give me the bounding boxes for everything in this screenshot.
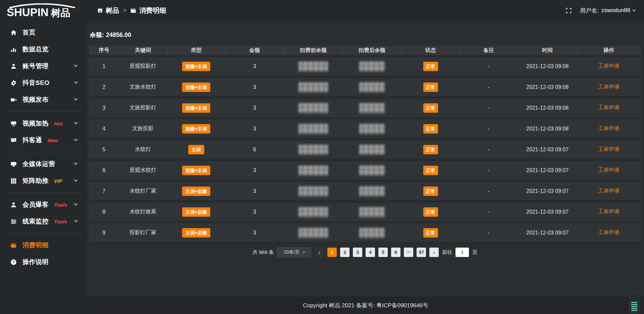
breadcrumb-item-consumption-detail[interactable]: 消费明细 xyxy=(130,6,166,15)
sidebar-item-matrix-boost[interactable]: 矩阵助推VIP xyxy=(0,172,87,189)
page-size-select[interactable]: 10条/页 xyxy=(277,247,311,257)
cell-remark: - xyxy=(460,161,518,182)
cell-type: 主词+后缀 xyxy=(167,203,225,223)
page-button-97[interactable]: 97 xyxy=(417,248,426,257)
breadcrumb-item-shupin[interactable]: 树品 xyxy=(97,6,119,15)
sidebar-item-data-overview[interactable]: 数据总览 xyxy=(0,41,87,58)
status-badge: 正常 xyxy=(423,228,438,238)
column-header: 时间 xyxy=(518,46,577,57)
cell-type: 主词+后缀 xyxy=(167,182,225,203)
grid-icon xyxy=(10,177,17,184)
stripes-icon xyxy=(631,302,637,311)
cell-status: 正常 xyxy=(401,203,460,223)
cell-balance-after xyxy=(343,119,401,140)
work-order-link[interactable]: 工单申请 xyxy=(598,188,620,194)
table-row: 7水纹灯厂家主词+后缀3正常-2021-12-03 09:07工单申请 xyxy=(89,182,641,203)
sidebar-item-account-management[interactable]: 账号管理 xyxy=(0,58,87,74)
page-button-3[interactable]: 3 xyxy=(353,248,362,257)
corner-widget[interactable] xyxy=(629,293,639,313)
cell-action: 工单申请 xyxy=(577,57,641,78)
work-order-link[interactable]: 工单申请 xyxy=(598,167,620,173)
sidebar-item-doukertong[interactable]: 抖客通New xyxy=(0,132,87,149)
work-order-link[interactable]: 工单申请 xyxy=(598,84,620,90)
chevron-down-icon xyxy=(74,63,77,67)
next-page-button[interactable]: › xyxy=(429,248,439,257)
page-button-2[interactable]: 2 xyxy=(340,248,350,257)
copyright-text: Copyright 树品 2021 备案号: 粤ICP备09019646号 xyxy=(303,302,428,309)
balance-label: 余额: xyxy=(90,32,104,38)
cell-action: 工单申请 xyxy=(577,182,641,203)
cell-remark: - xyxy=(460,57,518,78)
cell-action: 工单申请 xyxy=(577,78,641,99)
sliders-icon xyxy=(10,218,17,225)
work-order-link[interactable]: 工单申请 xyxy=(598,105,620,110)
sidebar-item-consumption-detail[interactable]: 消费明细 xyxy=(0,237,87,254)
sidebar-item-member-baoke[interactable]: 会员爆客Tools xyxy=(0,196,87,213)
chevron-down-icon xyxy=(633,8,636,11)
cell-type: 前缀+主词 xyxy=(167,57,225,78)
cell-balance-after xyxy=(343,203,401,223)
table-row: 2文旅水纹灯前缀+主词3正常-2021-12-03 09:08工单申请 xyxy=(89,78,641,99)
sidebar-item-media-operation[interactable]: 全媒体运营 xyxy=(0,156,87,172)
page-button-1[interactable]: 1 xyxy=(327,248,337,257)
masked-value xyxy=(359,186,385,196)
sidebar-divider xyxy=(5,111,82,112)
cell-time: 2021-12-03 09:08 xyxy=(518,78,577,99)
page-button-6[interactable]: 6 xyxy=(391,248,400,257)
masked-value xyxy=(299,61,328,71)
status-badge: 正常 xyxy=(423,62,438,71)
sidebar-item-video-heat[interactable]: 视频加热Hot xyxy=(0,115,87,132)
prev-page-button[interactable]: ‹ xyxy=(315,248,324,257)
cell-keyword: 投影灯厂家 xyxy=(119,223,167,244)
sidebar-item-label: 线索监控 xyxy=(22,217,49,226)
work-order-link[interactable]: 工单申请 xyxy=(598,63,620,69)
type-badge: 前缀+主词 xyxy=(182,103,210,113)
cell-status: 正常 xyxy=(401,78,460,99)
work-order-link[interactable]: 工单申请 xyxy=(598,125,620,131)
breadcrumb-separator: > xyxy=(123,7,126,13)
sidebar-item-operation-guide[interactable]: ?操作说明 xyxy=(0,254,87,270)
type-badge: 前缀+主词 xyxy=(182,124,210,134)
chart-icon xyxy=(10,46,17,53)
cell-time: 2021-12-03 09:07 xyxy=(518,223,577,244)
sidebar-item-clue-monitor[interactable]: 线索监控Tools xyxy=(0,213,87,230)
wallet-icon xyxy=(130,7,137,14)
sidebar-item-douyin-seo[interactable]: 抖音SEO xyxy=(0,74,87,91)
cell-status: 正常 xyxy=(401,140,460,161)
work-order-link[interactable]: 工单申请 xyxy=(598,229,620,235)
fullscreen-icon[interactable] xyxy=(566,7,572,14)
cell-keyword: 水纹灯 xyxy=(119,140,167,161)
cell-index: 6 xyxy=(89,161,119,182)
page-ellipsis-button[interactable]: ••• xyxy=(404,248,413,257)
masked-value xyxy=(299,228,328,238)
user-menu[interactable]: 用户名: zswodun88 xyxy=(580,7,635,14)
home-icon xyxy=(10,29,17,36)
work-order-link[interactable]: 工单申请 xyxy=(598,209,620,214)
status-badge: 正常 xyxy=(423,207,438,217)
page-button-5[interactable]: 5 xyxy=(378,248,388,257)
cell-amount: 3 xyxy=(225,223,284,244)
cell-action: 工单申请 xyxy=(577,99,641,119)
cell-balance-before xyxy=(284,223,343,244)
sidebar-item-tag: Tools xyxy=(54,219,67,224)
type-badge: 前缀+主词 xyxy=(182,62,210,71)
logo-text-cn: 树品 xyxy=(51,6,70,20)
chevron-down-icon xyxy=(74,137,77,141)
goto-page-input[interactable] xyxy=(455,248,469,257)
column-header: 操作 xyxy=(577,46,641,57)
cell-index: 5 xyxy=(89,140,119,161)
sidebar-item-video-publish[interactable]: 视频发布 xyxy=(0,91,87,108)
logo-text-en: SHUPIN xyxy=(7,6,49,19)
breadcrumb: 树品 > 消费明细 xyxy=(97,6,166,15)
page-button-4[interactable]: 4 xyxy=(366,248,375,257)
cell-remark: - xyxy=(460,99,518,119)
cell-balance-before xyxy=(284,78,343,99)
column-header: 扣费前余额 xyxy=(284,46,343,57)
sidebar-item-home[interactable]: 首页 xyxy=(0,24,87,41)
table-row: 8水纹灯效果主词+后缀3正常-2021-12-03 09:07工单申请 xyxy=(89,203,641,223)
app-logo: SHUPIN 树品 xyxy=(0,0,87,23)
work-order-link[interactable]: 工单申请 xyxy=(598,146,620,152)
cell-action: 工单申请 xyxy=(577,161,641,182)
cell-amount: 3 xyxy=(225,57,284,78)
username-value: zswodun88 xyxy=(601,7,630,14)
